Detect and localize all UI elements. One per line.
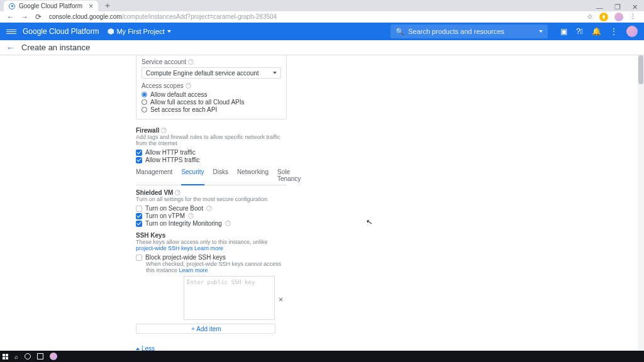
shielded-vm-desc: Turn on all settings for the most secure… [136,196,287,202]
nav-forward-icon[interactable]: → [20,13,29,21]
search-bar[interactable]: 🔍 [391,25,548,38]
mouse-cursor: ↖ [365,217,373,227]
service-account-select[interactable]: Compute Engine default service account [142,67,281,79]
search-icon[interactable]: ⌕ [14,353,18,360]
back-arrow-icon[interactable]: ← [6,43,15,53]
learn-more-link[interactable]: Learn more [194,245,223,251]
cortana-icon[interactable] [25,353,31,359]
block-ssh-note: When checked, project-wide SSH keys cann… [146,261,287,273]
new-tab-button[interactable]: ＋ [102,0,113,11]
allow-https-checkbox[interactable]: Allow HTTPS traffic [136,156,287,163]
help-icon[interactable] [188,59,194,65]
page-title: Create an instance [21,43,90,52]
access-scopes-label: Access scopes [142,82,281,89]
shielded-vm-heading: Shielded VM [136,189,287,196]
start-menu-icon[interactable] [3,354,8,359]
scrollbar-thumb[interactable] [638,55,643,84]
scrollbar-track[interactable] [638,55,644,362]
config-tabs: Management Security Disks Networking Sol… [136,168,287,185]
tab-disks[interactable]: Disks [213,168,228,185]
cloud-status-icon[interactable]: ⧫ [599,13,608,21]
identity-card: Service account Compute Engine default s… [136,55,287,119]
remove-ssh-key-icon[interactable]: × [279,295,283,304]
help-icon[interactable] [186,83,191,89]
cloud-shell-icon[interactable]: ▣ [560,27,567,36]
add-item-button[interactable]: ＋ Add item [136,324,275,334]
nav-reload-icon[interactable]: ⟳ [34,13,43,21]
tab-title: Google Cloud Platform [19,3,82,9]
help-icon[interactable] [225,221,231,226]
address-bar: ← → ⟳ console.cloud.google.com/compute/i… [0,11,644,23]
gcp-logo[interactable]: Google Cloud Platform [23,27,99,36]
browser-profile-avatar[interactable] [614,13,623,21]
help-icon[interactable] [161,128,167,133]
learn-more-link[interactable]: Learn more [179,267,208,273]
ssh-key-input[interactable]: Enter public SSH key × [184,276,275,320]
allow-http-checkbox[interactable]: Allow HTTP traffic [136,149,287,156]
close-tab-icon[interactable]: × [89,2,93,11]
firewall-desc: Add tags and firewall rules to allow spe… [136,134,287,146]
notifications-icon[interactable]: 🔔 [592,27,601,36]
tab-security[interactable]: Security [181,168,204,185]
bookmark-icon[interactable]: ☆ [587,13,593,21]
account-avatar[interactable] [626,26,638,37]
window-minimize-icon[interactable]: — [596,4,603,11]
scope-full-radio[interactable]: Allow full access to all Cloud APIs [142,99,281,106]
more-icon[interactable]: ⋮ [610,27,618,36]
ssh-keys-heading: SSH Keys [136,232,287,239]
project-selector[interactable]: My First Project [108,28,170,35]
scope-default-radio[interactable]: Allow default access [142,91,281,98]
search-input[interactable] [408,28,539,35]
window-maximize-icon[interactable]: ❐ [614,3,621,11]
browser-tab[interactable]: Google Cloud Platform × [4,1,98,11]
firewall-heading: Firewall [136,127,287,134]
window-close-icon[interactable]: ✕ [632,3,638,11]
main-content: ↖ Service account Compute Engine default… [0,55,644,362]
browser-menu-icon[interactable]: ⋮ [630,13,636,21]
task-view-icon[interactable] [37,353,43,359]
help-icon[interactable] [188,213,194,219]
gcp-favicon [9,3,15,9]
tab-sole-tenancy[interactable]: Sole Tenancy [277,168,301,185]
integrity-monitoring-checkbox[interactable]: Turn on Integrity Monitoring [136,220,287,227]
url-display[interactable]: console.cloud.google.com/compute/instanc… [49,13,277,20]
chevron-down-icon[interactable] [539,30,543,33]
chevron-down-icon [273,72,277,74]
project-icon [108,28,114,35]
browser-tab-bar: Google Cloud Platform × ＋ — ❐ ✕ [0,0,644,11]
search-icon: 🔍 [396,28,404,36]
windows-taskbar[interactable]: ⌕ [0,351,644,362]
chevron-up-icon [136,348,140,350]
nav-back-icon[interactable]: ← [6,13,15,21]
service-account-label: Service account [142,58,281,65]
secure-boot-checkbox[interactable]: Turn on Secure Boot [136,205,287,212]
project-ssh-keys-link[interactable]: project-wide SSH keys [136,245,193,251]
tab-networking[interactable]: Networking [237,168,269,185]
help-icon[interactable] [206,206,212,211]
taskbar-app-icon[interactable] [50,353,57,360]
gcp-header: Google Cloud Platform My First Project 🔍… [0,23,644,40]
chevron-down-icon [167,30,171,33]
tab-management[interactable]: Management [136,168,172,185]
scope-each-radio[interactable]: Set access for each API [142,106,281,113]
help-icon[interactable]: ?⃝ [576,27,583,36]
ssh-keys-desc: These keys allow access only to this ins… [136,239,287,251]
nav-menu-icon[interactable] [6,30,16,34]
block-project-ssh-checkbox[interactable]: Block project-wide SSH keys [136,254,287,261]
vtpm-checkbox[interactable]: Turn on vTPM [136,212,287,219]
help-icon[interactable] [175,190,180,195]
page-sub-header: ← Create an instance [0,40,644,55]
